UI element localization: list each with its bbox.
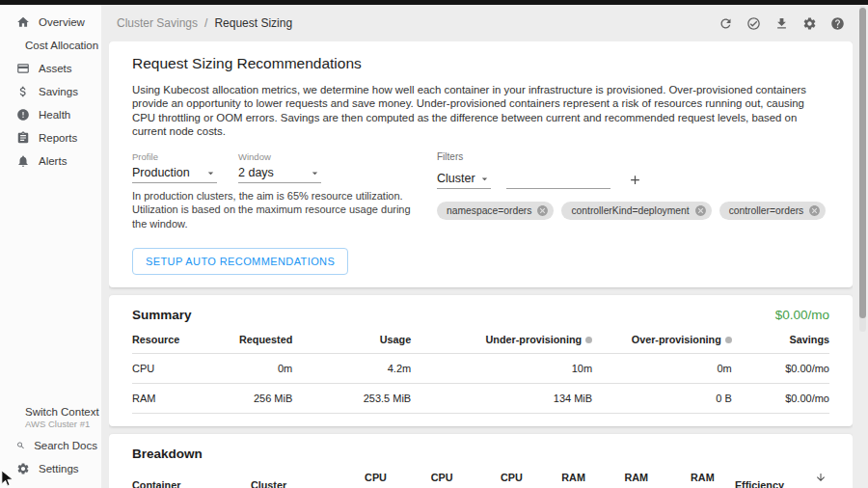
column-header-savings[interactable]: Savings [784,465,829,488]
filter-value-input[interactable] [506,171,610,189]
info-icon [725,337,732,343]
filter-type-select[interactable]: Cluster [437,170,491,189]
remove-chip-button[interactable] [808,204,821,217]
caret-down-icon [478,173,491,185]
table-header-row: ContainerClusterCPU usageCPU requestCPU … [132,465,829,488]
sidebar-item-reports[interactable]: Reports [0,126,101,149]
sidebar-item-overview[interactable]: Overview [0,11,101,34]
column-header-efficiency[interactable]: Efficiency [715,465,784,488]
sidebar-item-assets[interactable]: Assets [0,57,101,80]
main-header: Cluster Savings/Request Sizing [109,5,853,41]
close-circle-icon [536,204,549,217]
sidebar-item-health[interactable]: Health [0,103,101,126]
settings-icon [802,16,817,31]
sidebar-item-label: Health [39,109,70,121]
sidebar-item-settings[interactable]: Settings [0,457,101,480]
header-actions [717,14,847,33]
breakdown-title: Breakdown [132,447,203,461]
column-header-cpu-request[interactable]: CPU request [387,465,453,488]
profile-value: Production [132,166,190,179]
breakdown-card: Breakdown ContainerClusterCPU usageCPU r… [109,434,853,488]
column-header-cluster[interactable]: Cluster [251,465,341,488]
reports-icon [16,131,30,145]
filter-chip: controller=orders [719,202,827,220]
caret-down-icon [309,167,321,179]
sidebar-nav: OverviewCost AllocationAssetsSavingsHeal… [0,11,101,173]
table-cell: $0.00/mo [732,353,829,383]
refresh-button[interactable] [717,14,735,33]
check-circle-icon [746,16,761,31]
table-header-row: ResourceRequestedUsageUnder-provisioning… [132,326,829,354]
table-cell: 0m [209,353,293,383]
summary-title: Summary [132,308,192,322]
summary-table: ResourceRequestedUsageUnder-provisioning… [132,326,829,414]
plus-icon [628,173,642,187]
sidebar-item-label: Cost Allocation [25,40,98,51]
setup-auto-recommendations-button[interactable]: SETUP AUTO RECOMMENDATIONS [132,248,348,275]
breadcrumb-request-sizing: Request Sizing [214,16,292,30]
help-button[interactable] [828,14,847,33]
caret-down-icon [204,167,217,179]
bell-icon [16,154,30,168]
filter-chip: namespace=orders [437,202,554,220]
table-cell: 0m [592,353,732,383]
close-circle-icon [808,204,821,217]
filter-chips: namespace=orderscontrollerKind=deploymen… [437,202,826,220]
add-filter-button[interactable] [626,173,644,189]
main-area: Cluster Savings/Request Sizing Request S… [101,5,868,488]
assets-icon [16,62,30,75]
column-header-ram-request[interactable]: RAM request [585,465,648,488]
settings-icon [16,462,30,475]
page-content: Request Sizing Recommendations Using Kub… [109,41,853,488]
column-header-savings: Savings [732,326,829,354]
sidebar-item-label: Savings [39,86,78,97]
info-icon [585,337,592,343]
sidebar-item-search-docs[interactable]: Search Docs [0,434,101,457]
controls-left: Profile Production Window 2 days [132,151,420,230]
sidebar-item-label: Alerts [39,155,67,167]
table-row: CPU0m4.2m10m0m$0.00/mo [132,353,829,383]
close-circle-icon [694,204,707,217]
sidebar-item-label: Search Docs [34,440,97,451]
column-header-ram-recomm-d[interactable]: RAM recomm'd [648,465,715,488]
column-header-cpu-usage[interactable]: CPU usage [341,465,387,488]
column-header-resource: Resource [132,326,209,354]
scrollbar-thumb[interactable] [859,8,866,318]
remove-chip-button[interactable] [536,204,549,217]
window-value: 2 days [238,166,274,179]
table-cell: 4.2m [292,353,411,383]
sidebar-item-label: Settings [39,463,79,474]
sidebar-item-cost-allocation[interactable]: Cost Allocation [0,34,101,57]
page-title: Request Sizing Recommendations [132,55,829,72]
column-header-cpu-recomm-d[interactable]: CPU recomm'd [453,465,523,488]
window-select[interactable]: Window 2 days [238,151,321,183]
settings-button[interactable] [800,14,819,33]
sidebar-item-switch-context[interactable]: Switch ContextAWS Cluster #1 [0,401,101,434]
refresh-icon [719,16,733,31]
page-description: Using Kubecost allocation metrics, we de… [132,83,829,138]
filter-chip-label: namespace=orders [447,205,531,216]
sidebar-item-savings[interactable]: Savings [0,80,101,103]
column-header-container[interactable]: Container [132,465,251,488]
breadcrumb: Cluster Savings/Request Sizing [117,16,292,30]
column-header-under-provisioning: Under-provisioning [411,326,592,354]
profile-label: Profile [132,151,217,162]
filter-chip-label: controllerKind=deployment [571,205,689,216]
sidebar-item-alerts[interactable]: Alerts [0,149,101,173]
table-cell: 253.5 MiB [292,383,411,413]
breadcrumb-cluster-savings[interactable]: Cluster Savings [117,16,198,30]
remove-chip-button[interactable] [694,204,707,217]
sidebar-item-label: Overview [39,16,85,28]
profile-select[interactable]: Profile Production [132,151,217,183]
summary-total-savings: $0.00/mo [775,308,829,322]
download-button[interactable] [773,14,791,33]
table-cell: 256 MiB [209,383,293,413]
sidebar-item-sublabel: AWS Cluster #1 [25,419,99,429]
table-row: RAM256 MiB253.5 MiB134 MiB0 B$0.00/mo [132,383,829,413]
check-circle-button[interactable] [745,14,763,33]
arrow-down-icon [815,472,827,483]
column-header-ram-usage[interactable]: RAM usage [523,465,585,488]
sidebar: OverviewCost AllocationAssetsSavingsHeal… [0,5,101,488]
column-header-over-provisioning: Over-provisioning [592,326,732,354]
search-icon [16,439,25,452]
